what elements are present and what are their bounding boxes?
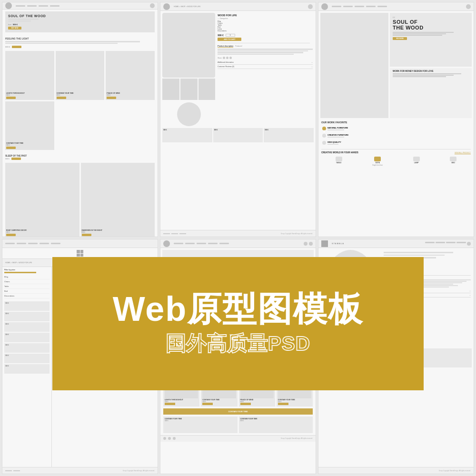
desc-l3: [218, 52, 303, 53]
lp-btn-1[interactable]: [165, 403, 175, 405]
grid-btn-2[interactable]: [57, 97, 66, 99]
sidebar-item-table[interactable]: Table: [4, 284, 50, 289]
landing-nav-2: [185, 243, 195, 244]
mockup-grid: SOUL OF THE WOOD from 999 € BUY NOW FEEL…: [0, 0, 476, 476]
s-prod-price-5: 999 €: [4, 343, 50, 347]
see-more-btn[interactable]: SEE MORE: [393, 37, 407, 40]
wf-logo-6: [321, 240, 328, 247]
nav6-4: [456, 242, 466, 243]
feature-quality: HIGH QUALITY: [321, 140, 471, 146]
home-nav-2: [343, 6, 353, 7]
detail-info: WOOD FOR LIFE — Categories Blog Chairs T…: [217, 13, 314, 126]
lp-btn-3[interactable]: [240, 403, 251, 405]
shop2-nav-3: [28, 243, 38, 244]
footer4-text: Group Copyright StamaDesign. All rights …: [123, 470, 155, 472]
accordion-2[interactable]: Customer Reviews (2) +: [218, 65, 313, 69]
hero-line-1: [8, 19, 39, 20]
social-f: [163, 437, 166, 440]
feature-natural: NATURAL FURNITURE: [321, 126, 471, 131]
logo-q3: [77, 254, 80, 257]
accordion-1[interactable]: Additional information +: [218, 61, 313, 65]
sidebar-item-chairs[interactable]: Chairs: [4, 279, 50, 284]
rel-3: 999 €: [264, 128, 314, 142]
thumb-3: [198, 79, 216, 100]
search-6: [467, 242, 471, 246]
wf-logo-3: [321, 3, 328, 10]
grid-btn-4[interactable]: [6, 147, 16, 149]
detail-main-img: [162, 13, 215, 78]
add-to-cart-btn[interactable]: ADD TO CART: [218, 38, 241, 41]
feature-creative-title: CREATIVE FURNITURE: [327, 134, 348, 136]
more-items: SLEEP OF THE PAST 999 €: [2, 154, 158, 161]
shop2-sidebar: Filter by price Blog Chairs Table Bed De…: [2, 267, 52, 467]
view-all-link[interactable]: VIEW ALL PRODUCT: [455, 152, 471, 154]
hero-price-label: from: [8, 24, 11, 26]
accordion-section: Additional information + Customer Review…: [218, 61, 313, 69]
boat-btn[interactable]: [6, 234, 16, 236]
header6-icons: [425, 242, 471, 246]
share-pin[interactable]: [229, 57, 232, 59]
wf-nav-2: [27, 5, 37, 7]
logo-q1: [77, 250, 80, 253]
wf-search-icon: [150, 3, 155, 8]
sub-heading-1: FEELING THE LIGHT: [2, 36, 158, 41]
grid-item-3: PEACE OF MIND 999 €: [106, 51, 155, 100]
feature-icon-natural: [322, 127, 326, 130]
bottom-item-2: DIAMONDS IN THE NIGHT 999 €: [81, 163, 155, 237]
sofa-label: SOFA: [375, 162, 380, 164]
share-fb[interactable]: [223, 57, 225, 59]
hero-title-1: SOUL OF THE WOOD: [8, 14, 46, 18]
hero-btn-1[interactable]: BUY NOW: [8, 27, 21, 30]
lp-btn-2[interactable]: [202, 403, 213, 405]
rel-1: 999 €: [162, 128, 212, 142]
boat-price: 999 €: [6, 231, 79, 233]
hero-right-bottom: WORK FOR MONEY DESIGN FOR LOVE: [390, 68, 472, 118]
wf-header-6: STAMALA: [318, 239, 474, 248]
detail-images: [162, 13, 215, 126]
footer-text-2: Group Copyright StamaDesign. All rights …: [281, 233, 313, 235]
sidebar-item-decorations[interactable]: Decorations: [4, 294, 50, 298]
sidebar-item-blog[interactable]: Blog: [4, 275, 50, 279]
grid-btn-3[interactable]: [107, 97, 116, 99]
hero-right-top: 02 SOUL OFTHE WOOD SEE MORE: [390, 13, 472, 67]
products-section-title: CREATIVE WORLD IN YOUR HANDS: [321, 151, 358, 154]
bottom-2-grid: CONTAIN YOUR TIME 999 € CONTAIN YOUR TIM…: [160, 415, 316, 435]
share-tw[interactable]: [226, 57, 228, 59]
banner-sub-text: 国外高质量PSD: [166, 330, 310, 357]
feature-quality-line: [327, 144, 338, 145]
sidebar-prod-3: 999 €: [4, 322, 50, 332]
divider-home: [321, 149, 471, 149]
sidebar-item-bed[interactable]: Bed: [4, 289, 50, 294]
landing-nav-1: [174, 243, 183, 244]
tab-product-desc[interactable]: Product description: [218, 45, 233, 48]
bed-label: BED: [452, 162, 455, 164]
small-btn-1[interactable]: [12, 46, 21, 48]
bottom-grid-2: BOAT CARRYING DECOR 999 € DIAMONDS IN TH…: [5, 163, 155, 237]
lp-btn-4[interactable]: [278, 403, 288, 405]
shop2-nav-1: [5, 243, 15, 244]
wf-footer-5: Group Copyright StamaDesign. All rights …: [160, 435, 316, 442]
desc-l4: [218, 54, 294, 55]
qty-input[interactable]: 1: [226, 34, 235, 37]
detail-thumbs: [162, 79, 215, 100]
diamonds-btn[interactable]: [82, 234, 91, 236]
tab-featured[interactable]: Featured: [235, 45, 242, 48]
hero-price-row: from 999 €: [8, 23, 46, 26]
social-p: [173, 437, 176, 440]
detail-price-qty: 999 € 1: [218, 34, 313, 37]
share-label: Share:: [218, 57, 222, 59]
price-btn-row-1: 999 €: [2, 45, 158, 49]
grid-item-4: CONTAIN YOUR TIME 999 €: [5, 101, 54, 150]
sofa-icon: [374, 157, 381, 161]
desc-l2: [218, 50, 308, 52]
cat-table: TABLE: [336, 157, 342, 166]
feature-quality-text: HIGH QUALITY: [327, 141, 341, 145]
table-icon: [336, 157, 342, 161]
thumb-2: [180, 79, 198, 100]
sub-line-1: [5, 41, 140, 42]
sleep-btn[interactable]: [11, 158, 21, 160]
wf-search-icon-2: [308, 4, 313, 9]
sidebar-prod-6: 999 €: [4, 354, 50, 363]
grid-btn-1[interactable]: [6, 97, 16, 99]
features-title: OUR WORK FAVORITE: [321, 121, 471, 124]
